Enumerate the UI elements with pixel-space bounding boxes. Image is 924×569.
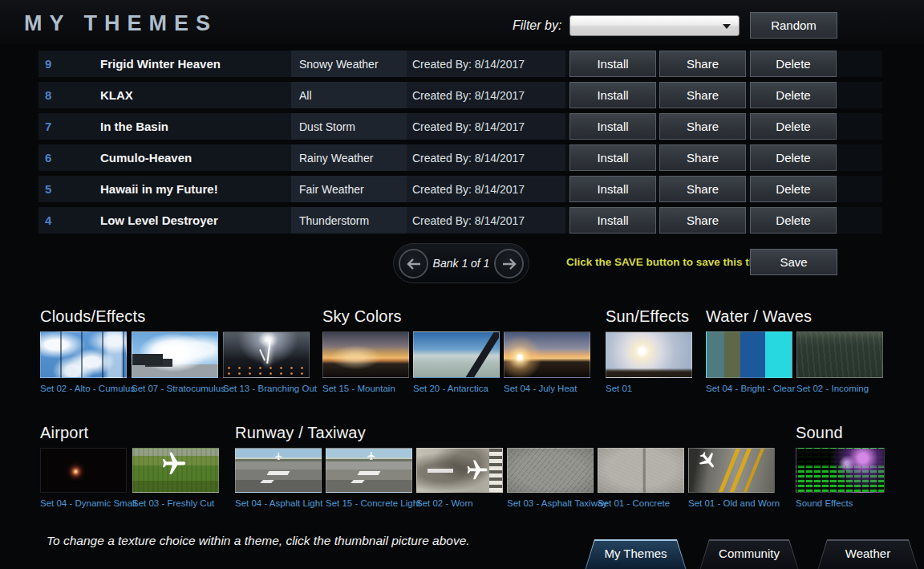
tab-community[interactable]: Community [699,539,800,569]
thumbnail-label: Set 13 - Branching Out [223,384,310,393]
sun-texture-image [606,331,692,378]
thumbnail-worn[interactable]: Set 02 - Worn [416,448,503,508]
theme-category: Fair Weather [291,176,407,202]
thumbnail-concrete-light[interactable]: Set 15 - Concrete Light [326,448,412,508]
airplane-icon [160,450,188,478]
sky-texture-image [504,331,590,378]
theme-name: Frigid Winter Heaven [92,51,291,77]
airplane-icon [274,452,283,461]
row-actions: Install Share Delete [565,176,882,202]
thumbnail-old-and-worn[interactable]: Set 01 - Old and Worn [688,448,775,508]
thumbnail-dynamic-small[interactable]: Set 04 - Dynamic Small [40,448,127,508]
thumbnail-label: Set 01 - Old and Worn [688,498,775,508]
city-lights [224,365,309,377]
install-button[interactable]: Install [569,176,656,202]
theme-number: 8 [38,82,92,108]
thumbnail-concrete[interactable]: Set 01 - Concrete [598,448,684,508]
airplane-icon [693,448,723,475]
thumbnail-stratocumulus[interactable]: Set 07 - Stratocumulus [132,331,218,393]
section-water-waves: Water / Waves Set 04 - Bright - Clear Se… [706,307,883,393]
thumbnail-label: Set 15 - Concrete Light [326,498,412,508]
threshold-stripes [489,449,502,492]
texture-change-hint: To change a texture choice within a them… [47,534,470,548]
section-sound: Sound Sound Effects [796,424,885,508]
install-button[interactable]: Install [569,207,656,234]
theme-created-date: Created By: 8/14/2017 [407,82,565,108]
filter-dropdown[interactable] [569,15,740,36]
thumbnail-branching-out[interactable]: Set 13 - Branching Out [223,331,310,393]
tab-my-themes[interactable]: My Themes [584,539,687,569]
save-button[interactable]: Save [750,249,837,275]
row-actions: Install Share Delete [565,207,882,234]
delete-button[interactable]: Delete [750,207,837,234]
section-airport: Airport Set 04 - Dynamic Small Set 03 - … [40,424,219,508]
theme-created-date: Created By: 8/14/2017 [407,176,565,202]
tab-label: Community [719,547,780,569]
theme-number: 4 [38,207,92,234]
bank-pager: Bank 1 of 1 [393,243,529,283]
airport-light-texture-image [40,448,127,493]
share-button[interactable]: Share [659,176,746,202]
thumbnail-alto-cumulus[interactable]: Set 02 - Alto - Cumulus [40,331,127,393]
tab-weather[interactable]: Weather [817,539,919,569]
table-row: 8 KLAX All Created By: 8/14/2017 Install… [38,82,882,108]
thumbnail-antarctica[interactable]: Set 20 - Antarctica [413,331,500,393]
thumbnail-sun-set01[interactable]: Set 01 [606,331,692,393]
random-button[interactable]: Random [750,12,837,39]
section-title: Clouds/Effects [40,307,310,326]
delete-button[interactable]: Delete [750,82,837,108]
section-sun-effects: Sun/Effects Set 01 [606,307,692,393]
install-button[interactable]: Install [569,144,656,171]
thumbnail-label: Set 03 - Freshly Cut [132,498,219,508]
thumbnail-label: Set 02 - Alto - Cumulus [40,384,127,393]
thumbnail-asphalt-light[interactable]: Set 04 - Asphalt Light [235,448,322,508]
thumbnail-label: Set 04 - July Heat [504,384,590,393]
table-row: 4 Low Level Destroyer Thunderstorm Creat… [38,207,882,234]
share-button[interactable]: Share [659,113,746,140]
table-row: 6 Cumulo-Heaven Rainy Weather Created By… [38,144,882,171]
dropdown-arrow-icon [723,24,731,29]
thumbnail-asphalt-taxiway[interactable]: Set 03 - Asphalt Taxiway [507,448,594,508]
thumbnail-label: Set 02 - Worn [416,498,503,508]
share-button[interactable]: Share [659,207,746,234]
install-button[interactable]: Install [569,82,656,108]
next-bank-button[interactable] [494,249,524,278]
thumbnail-sound-effects[interactable]: Sound Effects [796,448,885,508]
section-title: Sound [796,424,885,442]
thumbnail-freshly-cut[interactable]: Set 03 - Freshly Cut [132,448,219,508]
arrow-right-icon [502,258,517,270]
thumbnail-july-heat[interactable]: Set 04 - July Heat [504,331,590,393]
theme-name: KLAX [92,82,291,108]
cloud-texture-image [40,331,127,378]
share-button[interactable]: Share [659,144,746,171]
runway-marking [267,471,290,475]
delete-button[interactable]: Delete [750,144,837,171]
thumbnail-label: Set 04 - Asphalt Light [235,498,322,508]
theme-category: Thunderstorm [291,207,407,234]
section-clouds-effects: Clouds/Effects Set 02 - Alto - Cumulus S… [40,307,310,393]
install-button[interactable]: Install [569,113,656,140]
row-actions: Install Share Delete [565,51,882,77]
taxiway-yellow-line [716,448,741,493]
share-button[interactable]: Share [659,82,746,108]
theme-category: Snowy Weather [291,51,407,77]
delete-button[interactable]: Delete [750,113,837,140]
section-title: Sky Colors [322,307,590,326]
thumbnail-label: Set 01 - Concrete [598,498,684,508]
theme-name: In the Basin [92,113,291,140]
concrete-texture-image [598,448,684,493]
page-title: MY THEMES [24,11,217,36]
row-actions: Install Share Delete [565,144,882,171]
install-button[interactable]: Install [569,51,656,77]
thumbnail-water-incoming[interactable]: Set 02 - Incoming [796,331,883,393]
thumbnail-mountain[interactable]: Set 15 - Mountain [322,331,409,393]
thumbnail-label: Set 15 - Mountain [322,384,409,393]
section-runway-taxiway: Runway / Taxiway Set 04 - Asphalt Light … [235,424,775,508]
theme-category: All [291,82,407,108]
share-button[interactable]: Share [659,51,746,77]
filter-by-label: Filter by: [513,18,561,33]
thumbnail-water-bright-clear[interactable]: Set 04 - Bright - Clear [706,331,792,393]
cloud-texture-image [132,331,218,378]
delete-button[interactable]: Delete [750,51,837,77]
delete-button[interactable]: Delete [750,176,837,202]
